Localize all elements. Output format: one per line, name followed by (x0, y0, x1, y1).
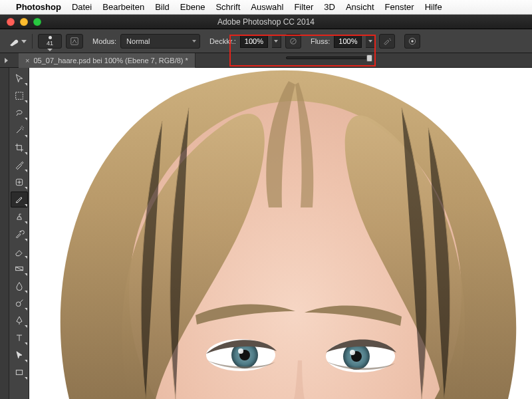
menu-hilfe[interactable]: Hilfe (425, 2, 442, 12)
window-title: Adobe Photoshop CC 2014 (0, 17, 532, 27)
menu-filter[interactable]: Filter (294, 2, 313, 12)
dodge-tool[interactable] (11, 295, 28, 311)
brush-tool[interactable] (11, 192, 28, 207)
eyedropper-tool[interactable] (11, 157, 28, 173)
menu-bild[interactable]: Bild (155, 2, 170, 12)
document-tab-strip: × 05_07_haare.psd bei 100% (Ebene 7, RGB… (0, 53, 532, 68)
close-tab-icon[interactable]: × (25, 57, 29, 65)
window-titlebar: Adobe Photoshop CC 2014 (0, 15, 532, 29)
menu-schrift[interactable]: Schrift (215, 2, 240, 12)
tab-overflow-toggle[interactable] (1, 56, 11, 65)
svg-point-2 (390, 38, 390, 39)
opacity-dropdown[interactable] (272, 35, 281, 48)
blur-tool[interactable] (11, 278, 28, 294)
rectangle-tool[interactable] (11, 364, 28, 380)
macos-menubar: Photoshop Datei Bearbeiten Bild Ebene Sc… (0, 0, 532, 15)
svg-point-3 (390, 39, 391, 40)
magic-wand-tool[interactable] (11, 122, 28, 138)
crop-tool[interactable] (11, 140, 28, 156)
slider-thumb[interactable] (366, 55, 372, 62)
clone-stamp-tool[interactable] (11, 209, 28, 225)
pen-tool[interactable] (11, 313, 28, 329)
flow-label: Fluss: (311, 37, 330, 45)
menu-bearbeiten[interactable]: Bearbeiten (102, 2, 144, 12)
menu-fenster[interactable]: Fenster (385, 2, 414, 12)
mode-label: Modus: (92, 37, 116, 45)
opacity-label: Deckkr.: (209, 37, 236, 45)
path-selection-tool[interactable] (11, 347, 28, 363)
svg-rect-0 (71, 37, 78, 45)
opacity-input[interactable]: 100% (240, 35, 268, 48)
tools-panel (9, 68, 29, 399)
svg-point-16 (238, 348, 243, 354)
blend-mode-value: Normal (126, 37, 150, 45)
slider-track[interactable] (286, 57, 372, 59)
menu-ansicht[interactable]: Ansicht (346, 2, 374, 12)
workspace (0, 68, 532, 399)
left-gutter (0, 68, 9, 399)
brush-panel-toggle[interactable] (66, 34, 83, 49)
type-tool[interactable] (11, 330, 28, 346)
svg-point-5 (412, 40, 414, 43)
opacity-slider-flyout[interactable] (286, 55, 372, 63)
current-tool-indicator[interactable] (5, 33, 23, 50)
eraser-tool[interactable] (11, 243, 28, 259)
lasso-tool[interactable] (11, 105, 28, 121)
brush-preset-picker[interactable]: 41 (38, 34, 62, 49)
app-menu[interactable]: Photoshop (16, 2, 61, 12)
document-canvas[interactable] (29, 68, 532, 399)
options-bar: 41 Modus: Normal Deckkr.: 100% Fluss: 10… (0, 29, 532, 53)
svg-rect-10 (16, 370, 22, 375)
svg-rect-6 (15, 92, 23, 100)
svg-point-20 (350, 350, 355, 355)
tablet-pressure-size-toggle[interactable] (404, 34, 420, 49)
minimize-window-button[interactable] (20, 18, 28, 26)
healing-brush-tool[interactable] (11, 174, 28, 190)
flow-dropdown[interactable] (366, 35, 375, 48)
menu-ebene[interactable]: Ebene (180, 2, 205, 12)
window-controls (7, 18, 41, 26)
document-tab-label: 05_07_haare.psd bei 100% (Ebene 7, RGB/8… (33, 57, 188, 65)
document-tab[interactable]: × 05_07_haare.psd bei 100% (Ebene 7, RGB… (19, 53, 196, 68)
menu-datei[interactable]: Datei (72, 2, 92, 12)
airbrush-toggle[interactable] (379, 34, 395, 49)
gradient-tool[interactable] (11, 261, 28, 277)
zoom-window-button[interactable] (33, 18, 41, 26)
opacity-pressure-toggle[interactable] (285, 34, 301, 49)
history-brush-tool[interactable] (11, 226, 28, 242)
flow-input[interactable]: 100% (334, 35, 362, 48)
svg-point-9 (16, 302, 21, 307)
close-window-button[interactable] (7, 18, 15, 26)
menu-3d[interactable]: 3D (324, 2, 335, 12)
canvas-image (29, 68, 532, 399)
brush-size-value: 41 (47, 40, 53, 47)
menu-auswahl[interactable]: Auswahl (251, 2, 283, 12)
marquee-tool[interactable] (11, 88, 28, 104)
blend-mode-select[interactable]: Normal (120, 34, 200, 49)
move-tool[interactable] (11, 70, 28, 86)
